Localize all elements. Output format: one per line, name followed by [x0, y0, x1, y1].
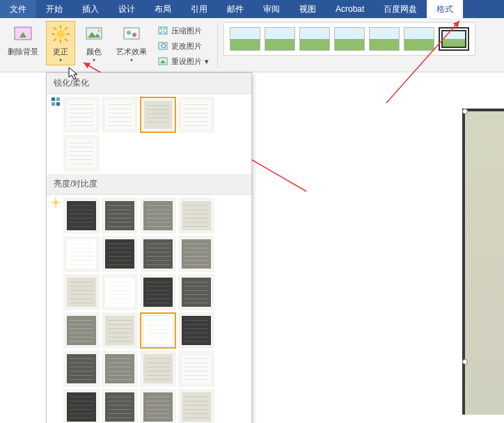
- ribbon: 删除背景 更正 ▾ 颜色 ▾ 艺术效果 ▾ 压缩图片 更改图片 重: [0, 18, 504, 72]
- brightness-thumb[interactable]: [140, 274, 176, 310]
- brightness-thumb-selected[interactable]: [140, 312, 176, 349]
- picture-color-icon: [83, 23, 105, 45]
- sharpen-thumb[interactable]: [102, 97, 138, 133]
- brightness-thumb[interactable]: [178, 351, 214, 387]
- svg-point-2: [56, 30, 65, 38]
- artistic-label: 艺术效果: [116, 47, 147, 57]
- menu-format[interactable]: 格式: [427, 0, 463, 18]
- style-item[interactable]: [334, 27, 365, 51]
- menu-acrobat[interactable]: Acrobat: [326, 0, 374, 18]
- compress-icon: [157, 25, 168, 36]
- brightness-icon: [51, 198, 61, 207]
- brightness-thumb[interactable]: [63, 198, 100, 234]
- sharpen-thumb[interactable]: [178, 97, 214, 133]
- style-item-selected[interactable]: [439, 27, 469, 51]
- brightness-thumb[interactable]: [178, 274, 214, 310]
- menu-references[interactable]: 引用: [181, 0, 217, 18]
- brightness-thumb[interactable]: [140, 351, 176, 387]
- menu-file[interactable]: 文件: [0, 0, 36, 18]
- sharpen-thumb-selected[interactable]: [140, 97, 176, 133]
- svg-point-12: [97, 29, 100, 32]
- menu-mailings[interactable]: 邮件: [217, 0, 253, 18]
- brightness-thumb[interactable]: [102, 351, 138, 387]
- corrections-dropdown: 锐化/柔化 亮度/对比度: [46, 72, 252, 423]
- style-item[interactable]: [230, 27, 260, 51]
- change-label: 更改图片: [171, 41, 202, 51]
- brightness-thumb[interactable]: [178, 198, 214, 234]
- svg-point-15: [132, 33, 136, 37]
- brightness-thumb[interactable]: [178, 312, 214, 349]
- style-item[interactable]: [265, 27, 295, 51]
- brightness-contrast-title: 亮度/对比度: [47, 174, 251, 195]
- svg-rect-22: [56, 102, 60, 106]
- chevron-down-icon: ▾: [205, 57, 209, 66]
- brightness-thumb[interactable]: [178, 389, 214, 423]
- svg-line-9: [65, 27, 68, 30]
- remove-bg-label: 删除背景: [8, 47, 38, 57]
- reset-picture-icon: [157, 56, 168, 67]
- menu-insert[interactable]: 插入: [72, 0, 109, 18]
- menu-view[interactable]: 视图: [290, 0, 326, 18]
- brightness-thumb[interactable]: [102, 274, 138, 310]
- selected-picture[interactable]: [462, 109, 504, 415]
- brightness-thumb[interactable]: [102, 198, 138, 234]
- artistic-icon: [120, 23, 143, 45]
- brightness-thumb[interactable]: [63, 351, 100, 387]
- artistic-effects-button[interactable]: 艺术效果 ▾: [113, 21, 150, 65]
- compress-pictures-button[interactable]: 压缩图片: [155, 24, 212, 38]
- menu-design[interactable]: 设计: [109, 0, 145, 18]
- menubar: 文件 开始 插入 设计 布局 引用 邮件 审阅 视图 Acrobat 百度网盘 …: [0, 0, 504, 18]
- corrections-label: 更正: [53, 47, 68, 57]
- picture-styles-gallery[interactable]: [223, 22, 475, 56]
- svg-rect-21: [52, 102, 55, 106]
- menu-review[interactable]: 审阅: [253, 0, 290, 18]
- resize-handle[interactable]: [462, 359, 468, 365]
- brightness-thumb[interactable]: [140, 389, 176, 423]
- svg-point-23: [54, 200, 58, 205]
- brightness-thumb[interactable]: [63, 389, 100, 423]
- resize-handle[interactable]: [462, 109, 468, 114]
- brightness-thumb[interactable]: [102, 236, 138, 272]
- remove-background-button[interactable]: 删除背景: [4, 21, 42, 59]
- color-button[interactable]: 颜色 ▾: [79, 21, 109, 65]
- brightness-thumb[interactable]: [102, 312, 138, 349]
- svg-line-8: [65, 38, 68, 41]
- change-picture-icon: [157, 40, 168, 51]
- chevron-down-icon: ▾: [130, 57, 133, 63]
- style-item[interactable]: [369, 27, 400, 51]
- menu-home[interactable]: 开始: [36, 0, 72, 18]
- brightness-thumb[interactable]: [140, 236, 176, 272]
- style-item[interactable]: [299, 27, 330, 51]
- brightness-thumb[interactable]: [63, 274, 100, 310]
- corrections-button[interactable]: 更正 ▾: [46, 21, 75, 65]
- menu-layout[interactable]: 布局: [145, 0, 181, 18]
- change-picture-button[interactable]: 更改图片: [155, 39, 212, 53]
- remove-bg-icon: [12, 23, 34, 45]
- sharpen-thumb[interactable]: [63, 97, 100, 133]
- brightness-thumb[interactable]: [63, 312, 100, 349]
- reset-label: 重设图片: [171, 56, 202, 67]
- brightness-thumb[interactable]: [63, 236, 100, 272]
- reset-picture-button[interactable]: 重设图片 ▾: [155, 54, 212, 68]
- svg-point-14: [127, 31, 131, 35]
- color-label: 颜色: [86, 47, 102, 57]
- menu-baidu[interactable]: 百度网盘: [374, 0, 427, 18]
- svg-rect-13: [124, 28, 139, 39]
- ribbon-divider: [217, 24, 218, 68]
- chevron-down-icon: ▾: [59, 57, 62, 63]
- brightness-thumb[interactable]: [178, 236, 214, 272]
- brightness-thumb[interactable]: [140, 198, 176, 234]
- sharpen-thumb[interactable]: [63, 135, 100, 171]
- sharpen-icon: [51, 97, 61, 106]
- compress-label: 压缩图片: [171, 26, 202, 36]
- style-item[interactable]: [404, 27, 434, 51]
- sun-icon: [49, 23, 72, 45]
- svg-line-7: [54, 27, 56, 30]
- svg-rect-19: [52, 97, 55, 101]
- svg-line-10: [54, 38, 56, 41]
- brightness-thumb[interactable]: [102, 389, 138, 423]
- sharpen-soften-title: 锐化/柔化: [47, 73, 251, 94]
- svg-rect-20: [56, 97, 60, 101]
- chevron-down-icon: ▾: [93, 57, 95, 63]
